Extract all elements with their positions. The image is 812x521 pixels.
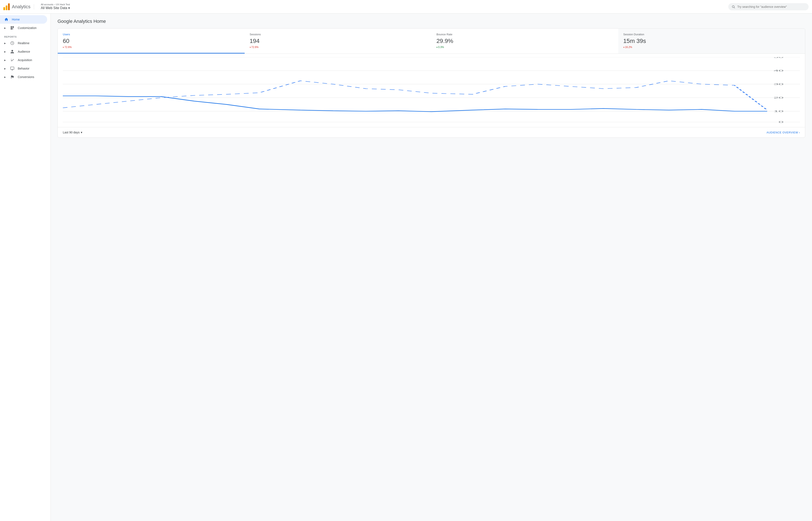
logo-bar-1: [3, 7, 5, 10]
date-range-chevron-icon: ▾: [81, 131, 82, 134]
down-arrow-icon: ▾: [63, 46, 64, 48]
session-duration-change: ▾ 16.2%: [623, 46, 800, 49]
sidebar-item-audience[interactable]: ▶ Audience: [0, 47, 47, 56]
metrics-tabs: Users 60 ▾ 72.6% Sessions 194 ▾ 72.6%: [58, 28, 805, 54]
svg-line-1: [734, 7, 735, 8]
logo-bar-3: [8, 3, 10, 10]
line-chart: 50 40 30 20 10 0 01 May 01 Ju: [63, 57, 800, 125]
sessions-change: ▾ 72.6%: [250, 46, 427, 49]
search-icon: [731, 5, 735, 9]
expand-icon: ▶: [4, 59, 6, 61]
metric-tab-session-duration[interactable]: Session Duration 15m 39s ▾ 16.2%: [618, 28, 805, 53]
audience-overview-label: AUDIENCE OVERVIEW: [767, 131, 798, 134]
sessions-label: Sessions: [250, 33, 427, 36]
account-breadcrumb: All accounts › UX Hack Test: [41, 3, 70, 6]
svg-text:01: 01: [475, 124, 486, 125]
main-layout: Home ▶ Customization REPORTS ▶ Realtime …: [0, 14, 812, 521]
sidebar-item-customization[interactable]: ▶ Customization: [0, 24, 47, 32]
acquisition-label: Acquisition: [18, 58, 32, 62]
clock-icon: [10, 41, 14, 45]
svg-text:30: 30: [773, 83, 784, 86]
expand-icon: ▶: [4, 42, 6, 44]
dashboard-card: Users 60 ▾ 72.6% Sessions 194 ▾ 72.6%: [58, 28, 805, 138]
bounce-rate-value: 29.9%: [436, 38, 613, 44]
svg-text:20: 20: [773, 96, 784, 99]
home-icon: [4, 17, 8, 22]
property-name[interactable]: All Web Site Data ▾: [41, 6, 70, 10]
svg-text:01: 01: [672, 124, 683, 125]
down-arrow-icon: ▾: [623, 46, 625, 48]
metric-tab-bounce-rate[interactable]: Bounce Rate 29.9% ▾ 0.3%: [431, 28, 618, 53]
person-icon: [10, 49, 14, 54]
sidebar-item-home[interactable]: Home: [0, 15, 47, 24]
chart-area: 50 40 30 20 10 0 01 May 01 Ju: [58, 54, 805, 126]
sidebar: Home ▶ Customization REPORTS ▶ Realtime …: [0, 14, 51, 521]
app-header: Analytics All accounts › UX Hack Test Al…: [0, 0, 812, 14]
svg-text:10: 10: [773, 110, 784, 113]
expand-icon: ▶: [4, 76, 6, 78]
metric-tab-users[interactable]: Users 60 ▾ 72.6%: [58, 28, 245, 53]
svg-text:0: 0: [779, 121, 784, 123]
date-range-button[interactable]: Last 90 days ▾: [63, 131, 82, 134]
sidebar-item-behavior[interactable]: ▶ Behavior: [0, 64, 47, 73]
behavior-label: Behavior: [18, 67, 29, 70]
logo-bar-2: [6, 5, 7, 10]
sessions-value: 194: [250, 38, 427, 44]
svg-text:01: 01: [295, 124, 306, 125]
svg-rect-3: [10, 67, 14, 70]
reports-section-label: REPORTS: [0, 32, 50, 39]
sidebar-item-realtime[interactable]: ▶ Realtime: [0, 39, 47, 47]
chevron-right-icon: ›: [799, 131, 800, 134]
customization-label: Customization: [18, 26, 37, 30]
search-input[interactable]: [737, 5, 805, 8]
logo: Analytics: [3, 3, 38, 10]
behavior-icon: [10, 66, 14, 71]
logo-bars-icon: [3, 3, 10, 10]
down-arrow-icon: ▾: [250, 46, 251, 48]
conversions-label: Conversions: [18, 75, 34, 78]
bounce-rate-label: Bounce Rate: [436, 33, 613, 36]
customization-icon: [10, 26, 14, 30]
app-name: Analytics: [12, 4, 34, 9]
session-duration-change-value: 16.2%: [625, 46, 632, 49]
session-duration-value: 15m 39s: [623, 38, 800, 44]
sidebar-item-conversions[interactable]: ▶ Conversions: [0, 73, 47, 81]
sidebar-item-acquisition[interactable]: ▶ Acquisition: [0, 56, 47, 64]
bounce-rate-change: ▾ 0.3%: [436, 46, 613, 49]
sessions-change-value: 72.6%: [251, 46, 258, 49]
audience-overview-link[interactable]: AUDIENCE OVERVIEW ›: [767, 131, 800, 134]
users-value: 60: [63, 38, 240, 44]
audience-label: Audience: [18, 50, 30, 53]
expand-icon: ▶: [4, 27, 6, 29]
users-line: [63, 96, 767, 112]
home-label: Home: [12, 18, 20, 21]
users-change: ▾ 72.6%: [63, 46, 240, 49]
flag-icon: [10, 75, 14, 79]
sessions-line: [63, 81, 767, 110]
svg-point-0: [732, 5, 735, 7]
users-change-value: 72.6%: [65, 46, 72, 49]
date-range-label: Last 90 days: [63, 131, 80, 134]
svg-text:50: 50: [773, 57, 784, 59]
down-arrow-icon: ▾: [436, 46, 437, 48]
expand-icon: ▶: [4, 67, 6, 70]
account-selector[interactable]: All accounts › UX Hack Test All Web Site…: [41, 3, 70, 10]
svg-text:40: 40: [773, 69, 784, 72]
session-duration-label: Session Duration: [623, 33, 800, 36]
chart-footer: Last 90 days ▾ AUDIENCE OVERVIEW ›: [58, 127, 805, 137]
search-bar[interactable]: [728, 3, 809, 10]
metric-tab-sessions[interactable]: Sessions 194 ▾ 72.6%: [245, 28, 432, 53]
page-title: Google Analytics Home: [58, 19, 805, 24]
bounce-rate-change-value: 0.3%: [438, 46, 444, 49]
users-label: Users: [63, 33, 240, 36]
expand-icon: ▶: [4, 50, 6, 53]
chevron-down-icon: ▾: [68, 6, 70, 10]
main-content: Google Analytics Home Users 60 ▾ 72.6% S…: [51, 14, 812, 521]
acquisition-icon: [10, 58, 14, 62]
realtime-label: Realtime: [18, 41, 29, 45]
